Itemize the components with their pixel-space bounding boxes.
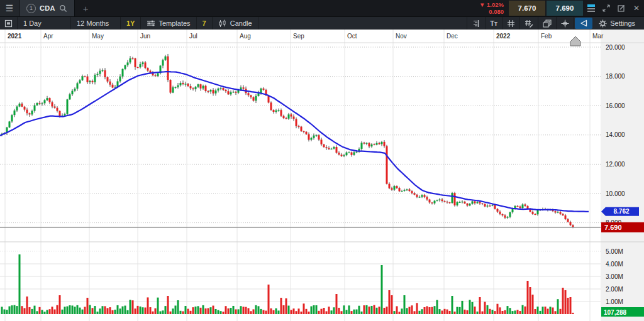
panel-layout-icon	[587, 4, 595, 12]
svg-text:2022: 2022	[496, 33, 511, 40]
toolbar-right-tools: Tᴛ	[467, 17, 644, 30]
ask-price[interactable]: 7.690	[547, 1, 583, 16]
grid-edit-icon	[525, 19, 533, 28]
svg-text:Sep: Sep	[293, 33, 304, 40]
grid-toggle-button[interactable]	[502, 17, 520, 30]
svg-text:Feb: Feb	[541, 33, 552, 40]
symbol-tab[interactable]: 1 CDA	[19, 0, 75, 16]
toolbar-spacer	[258, 17, 468, 30]
price-chart[interactable]: 2021AprMayJunJulAugSepOctNovDec2022FebMa…	[0, 30, 644, 321]
panel-layout-button[interactable]	[584, 0, 599, 16]
window-title-bar: ☰ 1 CDA + ▼ 1.02% 0.080 7.670 7.690	[0, 0, 644, 16]
new-tab-button[interactable]: +	[75, 0, 97, 16]
expand-icon	[602, 4, 610, 12]
popout-edit-button[interactable]	[614, 0, 629, 16]
interval-label: 1 Day	[23, 19, 42, 27]
interval-select[interactable]: 1 Day	[18, 17, 71, 30]
svg-text:14.000: 14.000	[606, 131, 625, 138]
svg-text:Jun: Jun	[140, 33, 150, 40]
range-label: 12 Months	[77, 19, 109, 27]
chart-panel: 2021AprMayJunJulAugSepOctNovDec2022FebMa…	[0, 30, 644, 321]
template-count: 7	[203, 19, 206, 27]
plus-icon: +	[83, 3, 89, 14]
text-tool-icon: Tᴛ	[490, 19, 497, 27]
close-icon: ✕	[633, 4, 640, 13]
svg-text:4.00M: 4.00M	[606, 261, 623, 268]
chart-type-button[interactable]: Candle	[213, 17, 258, 30]
svg-text:Nov: Nov	[396, 33, 407, 40]
svg-text:2.00M: 2.00M	[606, 286, 623, 293]
grid-icon	[507, 19, 515, 28]
hamburger-icon: ☰	[6, 3, 14, 13]
quote-cluster: ▼ 1.02% 0.080 7.670 7.690 ✕	[475, 0, 644, 16]
edit-window-icon	[618, 4, 625, 12]
cascade-icon	[543, 19, 552, 28]
sliders-icon	[147, 19, 155, 27]
chart-toolbar: 1 Day 12 Months 1Y Templates 7 Candle	[0, 16, 644, 30]
svg-text:Dec: Dec	[447, 33, 458, 40]
expand-window-button[interactable]	[599, 0, 614, 16]
gear-icon	[599, 19, 607, 28]
pointer-tool-button[interactable]	[575, 18, 592, 29]
svg-text:8.762: 8.762	[613, 208, 629, 215]
svg-text:Jul: Jul	[189, 33, 197, 40]
templates-button[interactable]: Templates	[141, 17, 196, 30]
change-percent: ▼ 1.02%	[479, 1, 504, 8]
crosshair-tool-button[interactable]	[557, 17, 574, 30]
text-tool-button[interactable]: Tᴛ	[486, 17, 502, 30]
change-absolute: 0.080	[489, 8, 504, 15]
svg-text:May: May	[92, 33, 104, 40]
svg-text:18.000: 18.000	[606, 73, 625, 80]
symbol-code: CDA	[40, 4, 55, 12]
chart-type-label: Candle	[230, 19, 252, 27]
bid-price[interactable]: 7.670	[509, 1, 545, 16]
grid-edit-button[interactable]	[520, 17, 538, 30]
chart-list-button[interactable]	[0, 17, 18, 30]
pointer-icon	[579, 19, 588, 27]
hamburger-menu-button[interactable]: ☰	[0, 0, 19, 16]
svg-text:Aug: Aug	[240, 33, 251, 40]
svg-text:20.000: 20.000	[606, 44, 625, 51]
range-preset-label: 1Y	[126, 19, 135, 27]
scale-tool-button[interactable]	[467, 17, 486, 30]
svg-text:Apr: Apr	[43, 33, 53, 40]
svg-text:3.00M: 3.00M	[606, 273, 623, 280]
tab-number-badge: 1	[26, 4, 36, 13]
settings-button[interactable]: Settings	[593, 17, 644, 30]
candle-icon	[218, 19, 227, 28]
cascade-windows-button[interactable]	[538, 17, 557, 30]
svg-text:Oct: Oct	[347, 33, 357, 40]
svg-text:Mar: Mar	[592, 33, 604, 40]
range-select[interactable]: 12 Months	[71, 17, 121, 30]
svg-text:7.690: 7.690	[604, 224, 622, 231]
template-count-button[interactable]: 7	[197, 17, 213, 30]
templates-label: Templates	[158, 19, 190, 27]
ruler-scale-icon	[472, 19, 480, 28]
svg-text:5.00M: 5.00M	[606, 248, 623, 255]
settings-label: Settings	[610, 19, 635, 27]
svg-text:10.000: 10.000	[606, 190, 625, 197]
crosshair-icon	[561, 19, 569, 28]
search-icon[interactable]	[59, 4, 67, 13]
range-preset-button[interactable]: 1Y	[121, 17, 141, 30]
svg-text:16.000: 16.000	[606, 102, 625, 109]
price-change: ▼ 1.02% 0.080	[475, 0, 508, 16]
document-list-icon	[4, 19, 13, 28]
svg-text:1.00M: 1.00M	[606, 298, 623, 305]
svg-text:12.000: 12.000	[606, 161, 625, 168]
svg-text:2021: 2021	[8, 33, 22, 40]
close-window-button[interactable]: ✕	[629, 0, 644, 16]
svg-text:107,288: 107,288	[604, 309, 627, 316]
